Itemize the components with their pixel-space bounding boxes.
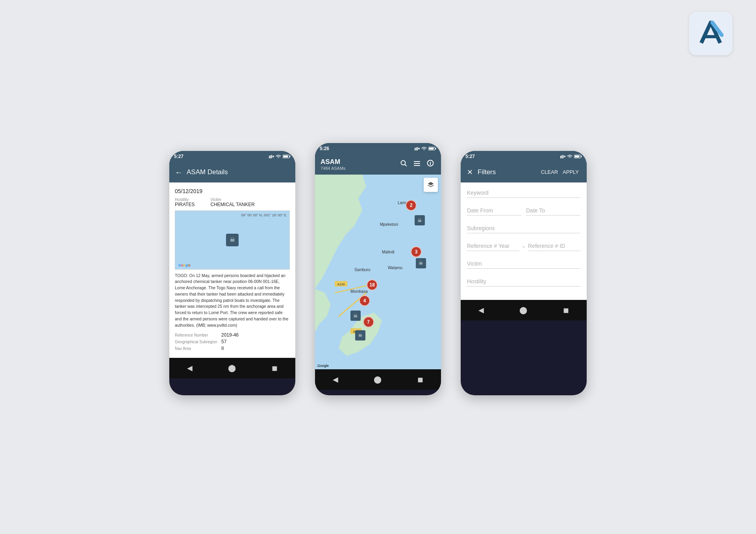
layers-icon: [427, 181, 434, 188]
date-range-row: [467, 206, 580, 216]
hostility-field[interactable]: [467, 277, 580, 287]
ref-year-input[interactable]: [467, 241, 519, 251]
keyword-field[interactable]: [467, 188, 580, 198]
bottom-bar-center: ◀ ⬤ ◼: [315, 369, 441, 390]
svg-text:Watamu: Watamu: [388, 266, 402, 270]
map-svg: A109 A14 Lamu Mpeketoni Malindi Watamu M…: [315, 175, 441, 368]
details-screen: 05/12/2019 Hostility PIRATES Victim CHEM…: [169, 182, 295, 358]
geo-subregion-row: Geographical Subregion 57: [175, 339, 290, 344]
filters-title: Filters: [478, 168, 539, 176]
pirate-marker-map-2[interactable]: ☠: [416, 258, 426, 268]
details-map[interactable]: 06° 00' 00" N, 001° 16' 00" E ☠ Google: [175, 210, 290, 270]
geo-label: Geographical Subregion: [175, 340, 218, 344]
hostility-input[interactable]: [467, 277, 580, 287]
hostility-value: PIRATES: [175, 202, 195, 207]
phone-map: 5:26 ASAM 7484 ASAMs: [315, 143, 441, 395]
svg-rect-7: [415, 148, 415, 151]
page-title-details: ASAM Details: [187, 168, 290, 176]
nav-area-label: Nav Area: [175, 346, 218, 351]
back-nav-button-left[interactable]: ◀: [179, 361, 200, 376]
date-from-field[interactable]: [467, 206, 521, 216]
list-button[interactable]: [412, 159, 422, 169]
wifi-icon: [275, 154, 282, 158]
battery-icon-right: [574, 154, 582, 158]
subregions-input[interactable]: [467, 223, 580, 233]
ref-id-field[interactable]: [528, 241, 580, 251]
back-button[interactable]: ←: [175, 168, 183, 176]
status-time-left: 5:27: [174, 154, 183, 159]
recents-button-right[interactable]: ◼: [555, 303, 577, 318]
nav-bar-details[interactable]: ← ASAM Details: [169, 162, 295, 182]
map-screen[interactable]: A109 A14 Lamu Mpeketoni Malindi Watamu M…: [315, 175, 441, 369]
victim-field: Victim CHEMICAL TANKER: [210, 197, 254, 207]
phone-filters: 5:27 ✕ Filters CLEAR APPLY: [461, 151, 587, 395]
date-to-field[interactable]: [526, 206, 580, 216]
apply-button[interactable]: APPLY: [560, 167, 581, 177]
app-logo: [695, 18, 726, 49]
bottom-bar-left: ◀ ⬤ ◼: [169, 358, 295, 378]
status-bar-right: 5:27: [461, 151, 587, 162]
subregions-field[interactable]: [467, 223, 580, 233]
phones-container: 5:27 ← ASAM Details 05/12/2019 Hostility…: [169, 151, 587, 395]
pirate-marker-map-1[interactable]: ☠: [415, 215, 425, 225]
notification-icon: [269, 154, 274, 158]
svg-point-10: [418, 148, 420, 149]
hostility-label: Hostility: [175, 197, 195, 202]
cluster-2[interactable]: 2: [406, 200, 417, 211]
home-button-right[interactable]: ⬤: [511, 303, 535, 318]
battery-icon: [283, 154, 291, 158]
search-button[interactable]: [398, 159, 409, 169]
google-label-details: Google: [178, 263, 191, 267]
logo-container: [689, 12, 732, 55]
back-nav-button-right[interactable]: ◀: [471, 303, 492, 318]
map-subtitle: 7484 ASAMs: [321, 166, 346, 171]
filters-nav-bar[interactable]: ✕ Filters CLEAR APPLY: [461, 162, 587, 182]
cluster-4[interactable]: 4: [359, 295, 370, 306]
ref-id-input[interactable]: [528, 241, 580, 251]
pirate-marker-details: ☠: [226, 234, 239, 246]
nav-bar-map[interactable]: ASAM 7484 ASAMs: [315, 154, 441, 175]
svg-rect-13: [429, 147, 434, 149]
close-button[interactable]: ✕: [466, 167, 474, 177]
list-icon: [413, 161, 421, 166]
svg-rect-5: [290, 156, 291, 157]
recents-button-center[interactable]: ◼: [410, 372, 431, 387]
status-icons-left: [269, 154, 291, 158]
reference-row: -: [467, 241, 580, 251]
svg-rect-40: [581, 156, 582, 157]
phone-details: 5:27 ← ASAM Details 05/12/2019 Hostility…: [169, 151, 295, 395]
svg-rect-35: [560, 156, 561, 158]
svg-rect-8: [416, 147, 417, 151]
wifi-icon-center: [421, 147, 427, 151]
info-button[interactable]: [425, 159, 435, 169]
cluster-7[interactable]: 7: [363, 316, 374, 327]
status-icons-center: [414, 147, 436, 151]
date-to-input[interactable]: [526, 206, 580, 216]
nav-area-row: Nav Area II: [175, 346, 290, 351]
date-from-input[interactable]: [467, 206, 521, 216]
svg-point-38: [564, 156, 565, 157]
home-button-left[interactable]: ⬤: [220, 361, 244, 376]
home-button-center[interactable]: ⬤: [366, 372, 389, 387]
ref-separator: -: [523, 243, 525, 251]
layers-button[interactable]: [424, 178, 438, 192]
svg-text:Mombasa: Mombasa: [350, 289, 368, 294]
svg-text:A109: A109: [337, 283, 345, 286]
clear-button[interactable]: CLEAR: [539, 167, 560, 177]
victim-field[interactable]: [467, 259, 580, 269]
pirate-marker-map-3[interactable]: ☠: [350, 311, 361, 321]
signal-icon-right: [560, 154, 565, 158]
recents-button-left[interactable]: ◼: [264, 361, 285, 376]
ref-year-field[interactable]: [467, 241, 519, 251]
map-coordinates: 06° 00' 00" N, 001° 16' 00" E: [241, 213, 286, 217]
pirate-marker-map-4[interactable]: ☠: [355, 330, 365, 340]
hostility-field: Hostility PIRATES: [175, 197, 195, 207]
incident-description: TOGO: On 12 May, armed persons boarded a…: [175, 273, 290, 329]
info-icon: [427, 160, 434, 167]
keyword-input[interactable]: [467, 188, 580, 198]
victim-input[interactable]: [467, 259, 580, 269]
filters-content: -: [461, 182, 587, 300]
svg-rect-36: [561, 155, 562, 158]
search-icon: [400, 160, 407, 167]
back-nav-button-center[interactable]: ◀: [325, 372, 346, 387]
